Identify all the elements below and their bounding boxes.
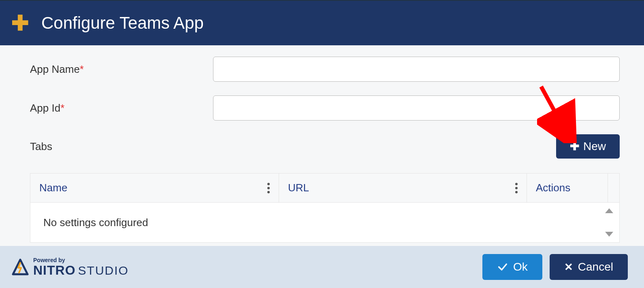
empty-message: No settings configured [30,216,148,229]
tabs-table: Name URL Actions No settings configured [30,173,620,243]
brand-nitro: NITRO [33,264,76,277]
footer-buttons: Ok ✕ Cancel [482,254,628,280]
cancel-button[interactable]: ✕ Cancel [550,254,628,280]
plus-icon: ✚ [11,13,29,34]
label-app-id-text: App Id [30,102,60,114]
label-app-name: App Name* [30,63,213,76]
new-button-label: New [583,140,606,153]
ok-button-label: Ok [513,260,528,273]
close-icon: ✕ [564,261,573,273]
powered-by-label: Powered by [33,257,129,263]
form-area: App Name* App Id* Tabs ✚ New [0,45,644,173]
dialog-header: ✚ Configure Teams App [0,0,644,45]
scroll-down-icon[interactable] [605,232,613,237]
input-app-id[interactable] [213,95,620,121]
cancel-button-label: Cancel [578,260,613,273]
col-header-scroll [608,174,626,202]
row-tabs: Tabs ✚ New [30,134,620,159]
scroll-up-icon[interactable] [605,208,613,213]
col-header-actions: Actions [527,174,608,202]
col-header-actions-label: Actions [536,182,570,194]
tabs-label: Tabs [30,140,52,153]
label-app-name-text: App Name [30,63,80,75]
col-header-name[interactable]: Name [30,174,279,202]
brand-logo: Powered by NITRO STUDIO [11,257,129,277]
brand-studio: STUDIO [78,265,129,277]
col-header-url-label: URL [288,182,309,194]
dialog-footer: Powered by NITRO STUDIO Ok ✕ Cancel [0,246,644,288]
brand-text: Powered by NITRO STUDIO [33,257,129,277]
table-body: No settings configured [30,203,619,242]
ok-button[interactable]: Ok [482,254,542,280]
label-app-id: App Id* [30,102,213,114]
row-app-id: App Id* [30,95,620,121]
required-marker: * [80,63,84,75]
column-menu-icon[interactable] [515,183,518,193]
input-app-name[interactable] [213,57,620,82]
row-app-name: App Name* [30,57,620,82]
dialog-title: Configure Teams App [41,13,204,33]
nitro-logo-icon [11,257,30,277]
tabs-table-wrap: Name URL Actions No settings configured [0,173,644,247]
col-header-name-label: Name [39,182,67,194]
check-icon [497,261,508,273]
required-marker: * [60,102,64,114]
new-button[interactable]: ✚ New [556,134,620,159]
plus-icon: ✚ [570,141,579,152]
col-header-url[interactable]: URL [279,174,527,202]
scroll-arrows [603,203,615,242]
table-header-row: Name URL Actions [30,174,619,203]
column-menu-icon[interactable] [267,183,270,193]
